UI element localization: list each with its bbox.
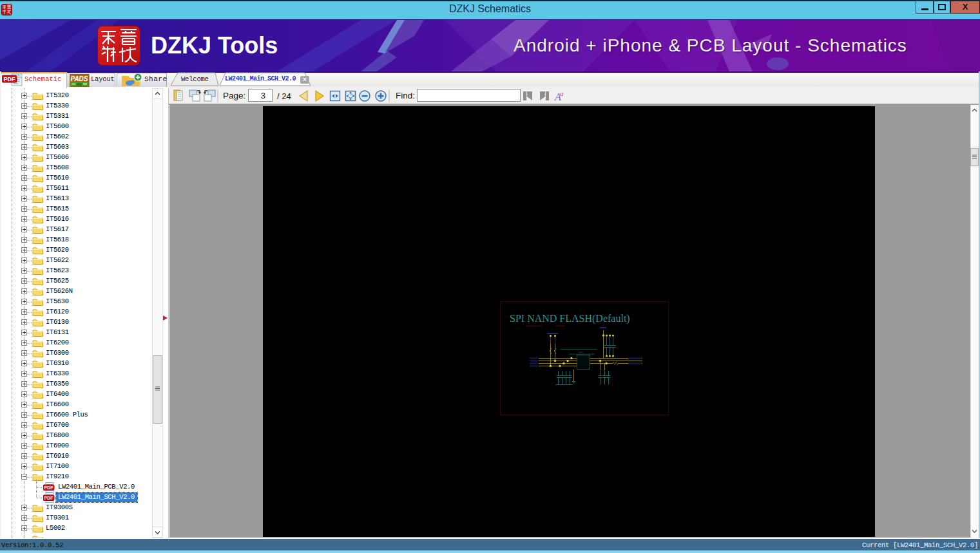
svg-text:PDF: PDF — [44, 485, 54, 490]
svg-text:PADS: PADS — [70, 75, 88, 82]
svg-text:a: a — [560, 89, 564, 97]
svg-text:PDF: PDF — [44, 496, 54, 500]
svg-text:SPI NAND FLASH(Default): SPI NAND FLASH(Default) — [510, 313, 630, 324]
svg-text:PDF: PDF — [4, 76, 16, 82]
